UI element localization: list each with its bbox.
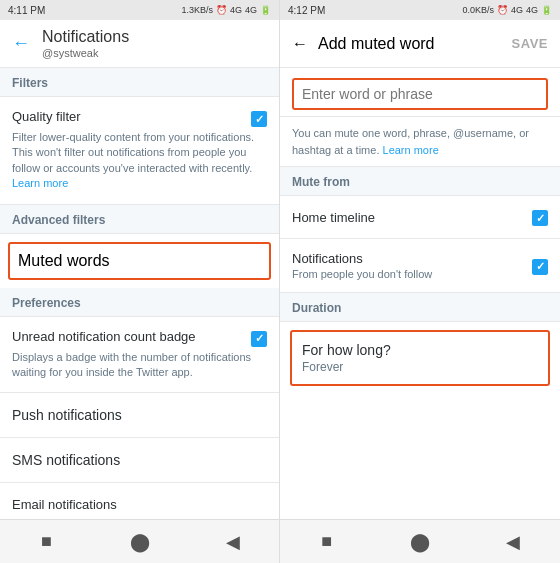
right-stop-icon[interactable]: ■ [312, 531, 342, 552]
left-nav-bar: ■ ⬤ ◀ [0, 519, 279, 563]
unread-badge-title: Unread notification count badge [12, 329, 196, 344]
home-timeline-title: Home timeline [292, 210, 375, 225]
quality-filter-title: Quality filter [12, 109, 81, 124]
left-back-button[interactable]: ← [12, 33, 30, 54]
home-timeline-item[interactable]: Home timeline [280, 196, 560, 239]
left-header: ← Notifications @systweak [0, 20, 279, 68]
right-header: ← Add muted word SAVE [280, 20, 560, 68]
unread-badge-desc: Displays a badge with the number of noti… [12, 350, 267, 381]
left-header-text: Notifications @systweak [42, 28, 129, 59]
duration-section-header: Duration [280, 293, 560, 322]
email-notifications-title: Email notifications [12, 497, 117, 512]
email-notifications-item[interactable]: Email notifications Control when and how… [0, 483, 279, 519]
left-back-nav-icon[interactable]: ◀ [218, 531, 248, 553]
quality-filter-desc: Filter lower-quality content from your n… [12, 130, 267, 192]
quality-filter-checkbox[interactable] [251, 111, 267, 127]
left-time: 4:11 PM [8, 5, 45, 16]
right-scroll-content: You can mute one word, phrase, @username… [280, 68, 560, 519]
unread-badge-checkbox[interactable] [251, 331, 267, 347]
advanced-filters-section-header: Advanced filters [0, 205, 279, 234]
notifications-mute-title: Notifications [292, 251, 432, 266]
notifications-mute-checkbox[interactable] [532, 259, 548, 275]
filters-section-header: Filters [0, 68, 279, 97]
search-box-wrap [280, 68, 560, 117]
left-home-icon[interactable]: ⬤ [125, 531, 155, 553]
unread-badge-item: Unread notification count badge Displays… [0, 317, 279, 394]
right-status-bar: 4:12 PM 0.0KB/s ⏰ 4G 4G 🔋 [280, 0, 560, 20]
home-timeline-checkbox[interactable] [532, 210, 548, 226]
mute-from-section-header: Mute from [280, 167, 560, 196]
notifications-mute-subtitle: From people you don't follow [292, 268, 432, 280]
left-panel: 4:11 PM 1.3KB/s ⏰ 4G 4G 🔋 ← Notification… [0, 0, 280, 563]
right-back-nav-icon[interactable]: ◀ [498, 531, 528, 553]
left-stop-icon[interactable]: ■ [32, 531, 62, 552]
right-network: 0.0KB/s [462, 5, 494, 15]
quality-filter-learn-more[interactable]: Learn more [12, 177, 68, 189]
muted-words-wrap: Muted words [0, 234, 279, 288]
left-status-bar: 4:11 PM 1.3KB/s ⏰ 4G 4G 🔋 [0, 0, 279, 20]
notifications-mute-item[interactable]: Notifications From people you don't foll… [280, 239, 560, 293]
left-status-icons: 1.3KB/s ⏰ 4G 4G 🔋 [181, 5, 271, 15]
left-page-subtitle: @systweak [42, 47, 129, 59]
right-status-icons: 0.0KB/s ⏰ 4G 4G 🔋 [462, 5, 552, 15]
mute-learn-more[interactable]: Learn more [383, 144, 439, 156]
preferences-section-header: Preferences [0, 288, 279, 317]
right-home-icon[interactable]: ⬤ [405, 531, 435, 553]
right-time: 4:12 PM [288, 5, 325, 16]
mute-info-text: You can mute one word, phrase, @username… [280, 117, 560, 167]
duration-item[interactable]: For how long? Forever [290, 330, 550, 386]
search-input[interactable] [292, 78, 548, 110]
right-back-button[interactable]: ← [292, 35, 308, 53]
muted-words-title: Muted words [18, 252, 110, 269]
quality-filter-item: Quality filter Filter lower-quality cont… [0, 97, 279, 205]
duration-subtitle: Forever [302, 360, 538, 374]
right-panel: 4:12 PM 0.0KB/s ⏰ 4G 4G 🔋 ← Add muted wo… [280, 0, 560, 563]
push-notifications-item[interactable]: Push notifications [0, 393, 279, 438]
right-nav-bar: ■ ⬤ ◀ [280, 519, 560, 563]
sms-notifications-item[interactable]: SMS notifications [0, 438, 279, 483]
muted-words-item[interactable]: Muted words [8, 242, 271, 280]
left-network: 1.3KB/s [181, 5, 213, 15]
left-scroll-content: Filters Quality filter Filter lower-qual… [0, 68, 279, 519]
right-page-title: Add muted word [318, 35, 435, 53]
duration-title: For how long? [302, 342, 538, 358]
save-button[interactable]: SAVE [512, 36, 548, 51]
left-page-title: Notifications [42, 28, 129, 46]
